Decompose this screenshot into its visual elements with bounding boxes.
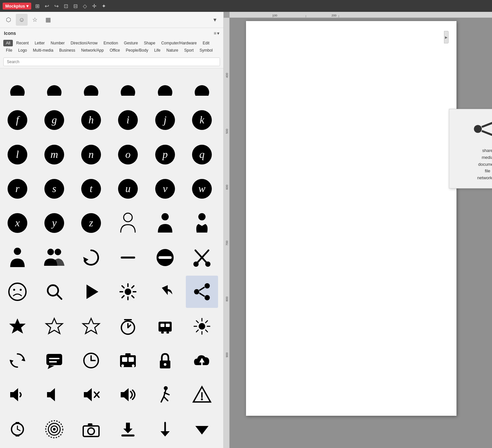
panel-collapse-btn[interactable]: ▶ xyxy=(444,31,449,43)
tab-collapse[interactable]: ▾ xyxy=(209,14,221,26)
list-item[interactable] xyxy=(149,310,181,342)
list-item[interactable] xyxy=(149,70,181,102)
list-item[interactable] xyxy=(186,207,218,239)
cat-btn-gesture[interactable]: Gesture xyxy=(121,40,141,46)
cat-btn-nature[interactable]: Nature xyxy=(164,47,181,54)
cat-btn-multimedia[interactable]: Multi-media xyxy=(30,47,56,54)
list-item[interactable] xyxy=(75,310,107,342)
list-item[interactable] xyxy=(1,379,34,411)
cat-btn-emotion[interactable]: Emotion xyxy=(101,40,121,46)
list-item[interactable]: z xyxy=(75,207,107,239)
list-item[interactable]: s xyxy=(38,173,70,205)
cat-btn-all[interactable]: All xyxy=(3,40,13,46)
cat-btn-sport[interactable]: Sport xyxy=(182,47,196,54)
list-item[interactable] xyxy=(112,241,144,274)
cat-btn-number[interactable]: Number xyxy=(48,40,67,46)
cat-btn-life[interactable]: Life xyxy=(152,47,163,54)
list-item[interactable] xyxy=(149,344,181,377)
tab-components[interactable]: ⬡ xyxy=(3,14,14,26)
cat-btn-direction[interactable]: Direction/Arrow xyxy=(68,40,100,46)
list-item[interactable]: p xyxy=(149,138,181,171)
list-item[interactable]: g xyxy=(38,104,70,136)
cat-btn-office[interactable]: Office xyxy=(107,47,122,54)
toolbar-icon-undo[interactable]: ↩ xyxy=(43,2,50,11)
list-item[interactable] xyxy=(38,413,70,445)
list-item[interactable] xyxy=(38,241,70,274)
list-item[interactable] xyxy=(186,379,218,411)
list-item[interactable] xyxy=(75,70,107,102)
cat-btn-symbol[interactable]: Symbol xyxy=(197,47,215,54)
list-item[interactable]: t xyxy=(75,173,107,205)
list-item[interactable] xyxy=(112,379,144,411)
cat-btn-business[interactable]: Business xyxy=(57,47,78,54)
list-item[interactable] xyxy=(1,310,34,342)
toolbar-icon-redo[interactable]: ↪ xyxy=(53,2,60,11)
cat-btn-network[interactable]: Network/App xyxy=(79,47,107,54)
list-item[interactable] xyxy=(186,344,218,377)
list-item[interactable] xyxy=(186,276,218,308)
list-item[interactable] xyxy=(112,70,144,102)
list-item[interactable]: y xyxy=(38,207,70,239)
list-item[interactable] xyxy=(1,241,34,274)
list-item[interactable] xyxy=(149,241,181,274)
toolbar-icon-star[interactable]: ✦ xyxy=(100,2,107,11)
list-item[interactable] xyxy=(75,276,107,308)
cat-btn-edit[interactable]: Edit xyxy=(200,40,212,46)
list-item[interactable] xyxy=(186,70,218,102)
list-item[interactable]: o xyxy=(112,138,144,171)
list-item[interactable] xyxy=(38,276,70,308)
list-item[interactable]: j xyxy=(149,104,181,136)
list-item[interactable]: m xyxy=(38,138,70,171)
list-item[interactable] xyxy=(112,276,144,308)
tab-favorites[interactable]: ☆ xyxy=(29,14,41,26)
tab-templates[interactable]: ▦ xyxy=(42,14,54,26)
list-item[interactable] xyxy=(112,207,144,239)
cat-btn-computer[interactable]: Computer/Hardware xyxy=(159,40,199,46)
cat-btn-letter[interactable]: Letter xyxy=(32,40,47,46)
list-item[interactable]: k xyxy=(186,104,218,136)
brand-logo[interactable]: Mockplus ▾ xyxy=(3,3,31,10)
list-item[interactable] xyxy=(38,344,70,377)
list-item[interactable] xyxy=(112,413,144,445)
list-item[interactable]: w xyxy=(186,173,218,205)
list-item[interactable]: x xyxy=(1,207,34,239)
list-item[interactable]: f xyxy=(1,104,34,136)
list-item[interactable] xyxy=(149,379,181,411)
list-item[interactable]: h xyxy=(75,104,107,136)
list-item[interactable] xyxy=(149,413,181,445)
list-item[interactable] xyxy=(38,70,70,102)
list-item[interactable]: u xyxy=(112,173,144,205)
toolbar-icon-1[interactable]: ⊞ xyxy=(34,2,41,11)
search-input[interactable] xyxy=(3,58,220,66)
list-item[interactable] xyxy=(186,413,218,445)
list-item[interactable] xyxy=(38,310,70,342)
list-item[interactable] xyxy=(112,310,144,342)
list-item[interactable]: i xyxy=(112,104,144,136)
tab-icons[interactable]: ☺ xyxy=(16,14,28,26)
list-item[interactable]: q xyxy=(186,138,218,171)
cat-btn-file[interactable]: File xyxy=(3,47,15,54)
list-item[interactable] xyxy=(75,379,107,411)
list-item[interactable]: v xyxy=(149,173,181,205)
cat-btn-logo[interactable]: Logo xyxy=(15,47,30,54)
cat-btn-shape[interactable]: Shape xyxy=(141,40,158,46)
toolbar-icon-pen[interactable]: ◇ xyxy=(82,2,88,11)
cat-btn-recent[interactable]: Recent xyxy=(13,40,31,46)
list-item[interactable] xyxy=(1,344,34,377)
toolbar-icon-cross[interactable]: ✛ xyxy=(91,2,98,11)
list-item[interactable] xyxy=(75,413,107,445)
icons-menu-button[interactable]: ≡ ▾ xyxy=(214,31,219,36)
list-item[interactable]: n xyxy=(75,138,107,171)
toolbar-icon-grid[interactable]: ⊡ xyxy=(62,2,69,11)
list-item[interactable] xyxy=(186,310,218,342)
list-item[interactable] xyxy=(1,70,34,102)
list-item[interactable] xyxy=(149,276,181,308)
list-item[interactable] xyxy=(38,379,70,411)
list-item[interactable] xyxy=(1,413,34,445)
list-item[interactable] xyxy=(112,344,144,377)
cat-btn-people[interactable]: People/Body xyxy=(123,47,151,54)
list-item[interactable] xyxy=(75,344,107,377)
list-item[interactable] xyxy=(75,241,107,274)
list-item[interactable]: r xyxy=(1,173,34,205)
list-item[interactable] xyxy=(186,241,218,274)
